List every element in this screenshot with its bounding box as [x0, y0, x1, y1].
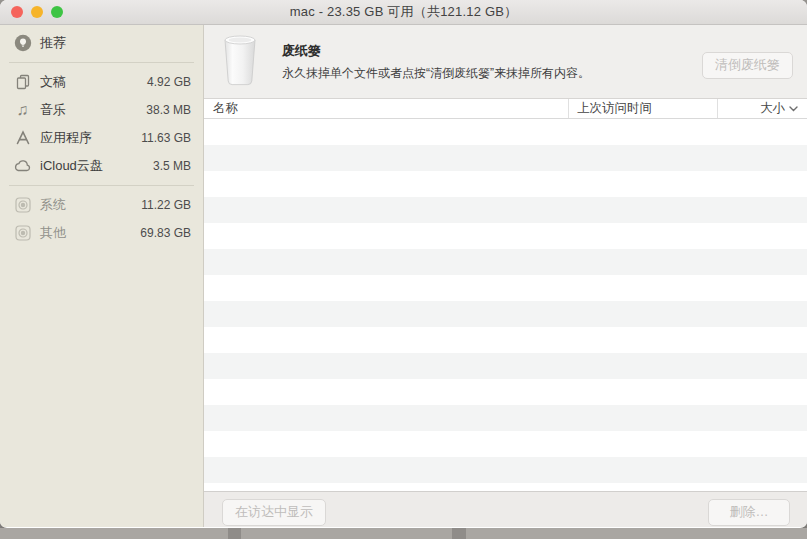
sidebar-item-size: 11.22 GB: [141, 198, 191, 212]
sidebar-item-other[interactable]: 其他 69.83 GB: [0, 219, 203, 247]
sidebar-item-size: 3.5 MB: [153, 159, 191, 173]
disc-icon: [13, 224, 32, 243]
sidebar-item-label: 应用程序: [40, 129, 92, 147]
cloud-icon: [13, 157, 32, 176]
sidebar-item-label: 系统: [40, 196, 66, 214]
sidebar-item-applications[interactable]: 应用程序 11.63 GB: [0, 124, 203, 152]
titlebar: mac - 23.35 GB 可用（共121.12 GB）: [0, 0, 807, 25]
section-description: 永久抹掉单个文件或者点按“清倒废纸篓”来抹掉所有内容。: [282, 65, 590, 82]
section-title: 废纸篓: [282, 42, 590, 60]
trash-icon: [220, 33, 260, 91]
background-object: [452, 528, 466, 539]
sidebar-item-size: 69.83 GB: [140, 226, 191, 240]
column-header-size[interactable]: 大小: [717, 99, 807, 118]
close-button[interactable]: [11, 6, 23, 18]
sidebar-item-label: iCloud云盘: [40, 157, 103, 175]
documents-icon: [13, 73, 32, 92]
sidebar: 推荐 文稿 4.92 GB ♫ 音乐 38.3 MB: [0, 25, 204, 527]
lightbulb-icon: [13, 34, 32, 53]
sidebar-item-recommended[interactable]: 推荐: [0, 29, 203, 57]
minimize-button[interactable]: [31, 6, 43, 18]
app-store-icon: [13, 129, 32, 148]
sidebar-item-system[interactable]: 系统 11.22 GB: [0, 191, 203, 219]
sidebar-divider: [9, 62, 194, 63]
sidebar-item-music[interactable]: ♫ 音乐 38.3 MB: [0, 96, 203, 124]
sidebar-item-size: 4.92 GB: [147, 75, 191, 89]
desktop-background: [0, 528, 807, 539]
empty-trash-button[interactable]: 清倒废纸篓: [702, 52, 793, 79]
column-header-name[interactable]: 名称: [204, 99, 568, 118]
trash-pane: 废纸篓 永久抹掉单个文件或者点按“清倒废纸篓”来抹掉所有内容。 清倒废纸篓 名称…: [204, 25, 807, 527]
sidebar-item-label: 推荐: [40, 34, 66, 52]
delete-button[interactable]: 删除…: [708, 499, 790, 526]
column-header-last-accessed[interactable]: 上次访问时间: [568, 99, 717, 118]
sidebar-item-size: 38.3 MB: [146, 103, 191, 117]
sidebar-item-label: 音乐: [40, 101, 66, 119]
table-header: 名称 上次访问时间 大小: [204, 99, 807, 119]
storage-management-window: mac - 23.35 GB 可用（共121.12 GB） 推荐: [0, 0, 807, 528]
music-note-icon: ♫: [13, 101, 32, 120]
trash-header: 废纸篓 永久抹掉单个文件或者点按“清倒废纸篓”来抹掉所有内容。 清倒废纸篓: [204, 25, 807, 99]
file-list-empty: [204, 119, 807, 491]
sidebar-item-label: 其他: [40, 224, 66, 242]
window-title: mac - 23.35 GB 可用（共121.12 GB）: [290, 3, 518, 21]
sidebar-item-label: 文稿: [40, 73, 66, 91]
background-object: [228, 528, 241, 539]
traffic-lights: [11, 0, 63, 24]
zoom-button[interactable]: [51, 6, 63, 18]
sidebar-item-icloud-drive[interactable]: iCloud云盘 3.5 MB: [0, 152, 203, 180]
disc-icon: [13, 196, 32, 215]
footer-bar: 在访达中显示 删除…: [204, 491, 807, 527]
sidebar-item-documents[interactable]: 文稿 4.92 GB: [0, 68, 203, 96]
sidebar-divider: [9, 185, 194, 186]
sidebar-item-size: 11.63 GB: [141, 131, 191, 145]
chevron-down-icon: [789, 106, 798, 112]
show-in-finder-button[interactable]: 在访达中显示: [222, 499, 326, 526]
